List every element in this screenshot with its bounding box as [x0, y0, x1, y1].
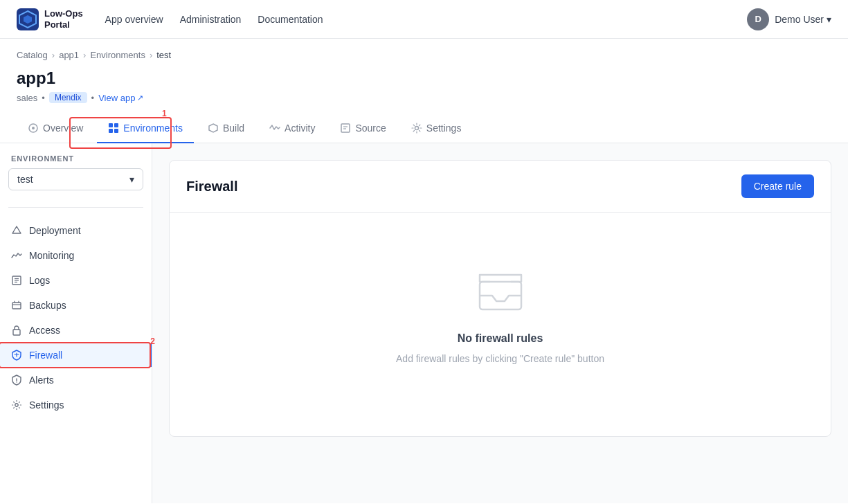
nav-administration[interactable]: Administration [180, 11, 242, 28]
nav-links: App overview Administration Documentatio… [105, 11, 323, 28]
settings-tab-icon [411, 123, 422, 134]
svg-rect-19 [12, 303, 21, 309]
tab-environments[interactable]: Environments [97, 114, 194, 143]
breadcrumb-catalog[interactable]: Catalog [17, 50, 48, 60]
page-header: app1 sales • Mendix • View app ↗ [0, 66, 848, 114]
svg-marker-9 [209, 124, 217, 132]
svg-rect-8 [114, 129, 118, 133]
meta-dot-1: • [42, 93, 45, 103]
top-navigation: Low-Ops Portal App overview Administrati… [0, 0, 848, 39]
sidebar-item-backups[interactable]: Backups [0, 294, 152, 317]
logo-icon [17, 8, 39, 30]
svg-point-13 [415, 127, 418, 130]
access-icon [11, 325, 22, 336]
content-area: Firewall Create rule No firewall rules A… [152, 143, 848, 503]
tab-overview[interactable]: Overview [17, 114, 94, 143]
select-chevron-icon: ▾ [129, 174, 134, 185]
sidebar-item-monitoring[interactable]: Monitoring [0, 244, 152, 267]
external-link-icon: ↗ [137, 93, 143, 102]
tab-source[interactable]: Source [329, 114, 397, 143]
breadcrumb-sep-3: › [150, 50, 152, 60]
logo[interactable]: Low-Ops Portal [17, 8, 83, 30]
svg-point-28 [15, 404, 18, 406]
env-select-wrapper: test ▾ [0, 168, 152, 201]
sidebar-item-access[interactable]: Access [0, 318, 152, 342]
nav-app-overview[interactable]: App overview [105, 11, 163, 28]
deployment-icon [11, 225, 22, 236]
tab-build[interactable]: Build [197, 114, 255, 143]
svg-rect-5 [109, 123, 113, 127]
breadcrumb-sep-2: › [83, 50, 86, 60]
sidebar-nav: Deployment Monitoring Logs Backups Acces… [0, 213, 152, 422]
overview-icon [28, 123, 39, 134]
settings-sidebar-icon [11, 399, 22, 411]
user-avatar: D [747, 8, 769, 30]
sidebar: ENVIRONMENT test ▾ Deployment Monitoring [0, 143, 152, 503]
page-meta-label: sales [17, 93, 37, 103]
svg-rect-7 [109, 129, 113, 133]
sidebar-section-label: ENVIRONMENT [0, 154, 152, 168]
environments-icon [108, 123, 119, 134]
svg-marker-14 [12, 226, 21, 233]
content-title: Firewall [186, 179, 237, 195]
svg-rect-6 [114, 123, 118, 127]
badge-mendix: Mendix [49, 92, 87, 103]
annotation-1: 1 [162, 109, 167, 118]
chevron-down-icon: ▾ [827, 14, 831, 25]
tab-bar: Overview Environments Build Activity Sou… [0, 114, 848, 143]
breadcrumb-environments[interactable]: Environments [90, 50, 145, 60]
backups-icon [11, 300, 22, 311]
annotation-2: 2 [150, 336, 155, 346]
logo-text: Low-Ops Portal [44, 8, 83, 30]
logs-icon [11, 275, 22, 286]
empty-state-icon [473, 268, 528, 318]
tab-activity[interactable]: Activity [258, 114, 326, 143]
sidebar-item-settings[interactable]: Settings [0, 393, 152, 417]
nav-documentation[interactable]: Documentation [258, 11, 323, 28]
page-meta: sales • Mendix • View app ↗ [17, 92, 831, 103]
activity-icon [269, 123, 280, 134]
create-rule-button[interactable]: Create rule [741, 174, 814, 198]
meta-dot-2: • [91, 93, 95, 103]
source-icon [340, 123, 351, 134]
firewall-icon [11, 350, 22, 361]
env-select[interactable]: test ▾ [8, 168, 143, 190]
main-layout: ENVIRONMENT test ▾ Deployment Monitoring [0, 143, 848, 503]
breadcrumb-current: test [156, 50, 171, 60]
content-header: Firewall Create rule [170, 161, 831, 213]
svg-rect-23 [13, 330, 20, 335]
svg-point-27 [16, 381, 17, 382]
topnav-right: D Demo User ▾ [747, 8, 831, 30]
page-title: app1 [17, 69, 831, 88]
user-menu[interactable]: Demo User ▾ [775, 14, 831, 25]
sidebar-item-firewall[interactable]: Firewall 2 [0, 343, 152, 367]
svg-rect-10 [341, 124, 350, 132]
topnav-left: Low-Ops Portal App overview Administrati… [17, 8, 323, 30]
tab-settings[interactable]: Settings [400, 114, 473, 143]
content-card: Firewall Create rule No firewall rules A… [169, 160, 831, 437]
empty-state: No firewall rules Add firewall rules by … [170, 213, 831, 420]
empty-state-description: Add firewall rules by clicking "Create r… [396, 353, 604, 364]
breadcrumb-sep-1: › [52, 50, 55, 60]
sidebar-item-alerts[interactable]: Alerts [0, 368, 152, 392]
sidebar-item-deployment[interactable]: Deployment [0, 219, 152, 242]
alerts-icon [11, 375, 22, 386]
sidebar-separator [8, 207, 143, 208]
empty-state-title: No firewall rules [458, 332, 543, 345]
build-icon [208, 123, 219, 134]
breadcrumb: Catalog › app1 › Environments › test [0, 39, 848, 66]
sidebar-item-logs[interactable]: Logs [0, 269, 152, 292]
svg-point-4 [32, 127, 35, 129]
breadcrumb-app1[interactable]: app1 [59, 50, 79, 60]
monitoring-icon [11, 250, 22, 261]
view-app-link[interactable]: View app ↗ [98, 93, 143, 103]
